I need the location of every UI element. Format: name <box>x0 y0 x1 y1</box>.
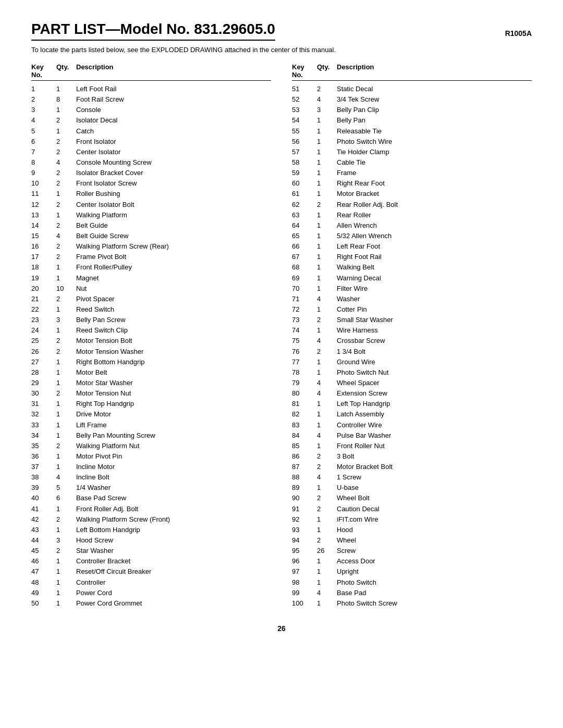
part-qty: 4 <box>317 430 337 441</box>
table-row: 66 1 Left Rear Foot <box>292 241 532 252</box>
table-row: 92 1 iFIT.com Wire <box>292 514 532 525</box>
table-row: 87 2 Motor Bracket Bolt <box>292 462 532 472</box>
part-qty: 2 <box>56 388 76 399</box>
left-key-header: Key No. <box>31 63 56 79</box>
part-desc: Left Top Handgrip <box>337 399 532 409</box>
part-desc: iFIT.com Wire <box>337 514 532 525</box>
part-qty: 8 <box>56 94 76 105</box>
part-desc: Photo Switch Screw <box>337 598 532 609</box>
table-row: 91 2 Caution Decal <box>292 504 532 514</box>
table-row: 32 1 Drive Motor <box>31 409 271 419</box>
part-desc: Allen Wrench <box>337 220 532 231</box>
part-desc: Catch <box>76 126 271 137</box>
table-row: 37 1 Incline Motor <box>31 462 271 472</box>
part-desc: Console Mounting Screw <box>76 157 271 168</box>
part-key: 48 <box>31 577 56 588</box>
part-qty: 2 <box>317 84 337 94</box>
part-qty: 2 <box>56 200 76 210</box>
part-qty: 10 <box>56 283 76 294</box>
table-row: 64 1 Allen Wrench <box>292 220 532 231</box>
part-desc: Rear Roller Adj. Bolt <box>337 200 532 210</box>
part-key: 97 <box>292 566 317 577</box>
part-desc: Foot Rail Screw <box>76 94 271 105</box>
part-desc: Motor Tension Washer <box>76 347 271 357</box>
part-key: 64 <box>292 220 317 231</box>
table-row: 85 1 Front Roller Nut <box>292 441 532 451</box>
part-key: 70 <box>292 283 317 294</box>
part-desc: Belt Guide Screw <box>76 231 271 241</box>
right-col-header: Key No. Qty. Description <box>292 63 532 81</box>
part-qty: 1 <box>317 577 337 588</box>
left-parts-list: 1 1 Left Foot Rail 2 8 Foot Rail Screw 3… <box>31 84 271 609</box>
part-qty: 1 <box>317 241 337 252</box>
part-key: 90 <box>292 493 317 503</box>
part-key: 18 <box>31 262 56 273</box>
part-desc: Motor Bracket Bolt <box>337 462 532 472</box>
table-row: 62 2 Rear Roller Adj. Bolt <box>292 200 532 210</box>
part-qty: 1 <box>56 304 76 315</box>
part-desc: Extension Screw <box>337 388 532 399</box>
part-desc: Front Roller Nut <box>337 441 532 451</box>
part-desc: Wheel <box>337 535 532 546</box>
table-row: 46 1 Controller Bracket <box>31 556 271 566</box>
part-desc: Tie Holder Clamp <box>337 147 532 157</box>
table-row: 27 1 Right Bottom Handgrip <box>31 357 271 367</box>
part-key: 34 <box>31 430 56 441</box>
table-row: 10 2 Front Isolator Screw <box>31 178 271 189</box>
part-key: 2 <box>31 94 56 105</box>
part-qty: 1 <box>317 399 337 409</box>
part-key: 36 <box>31 451 56 462</box>
table-row: 9 2 Isolator Bracket Cover <box>31 168 271 178</box>
table-row: 22 1 Reed Switch <box>31 304 271 315</box>
table-row: 79 4 Wheel Spacer <box>292 378 532 388</box>
part-desc: Pivot Spacer <box>76 294 271 304</box>
table-row: 78 1 Photo Switch Nut <box>292 367 532 378</box>
part-key: 5 <box>31 126 56 137</box>
right-parts-list: 51 2 Static Decal 52 4 3/4 Tek Screw 53 … <box>292 84 532 609</box>
part-key: 83 <box>292 420 317 430</box>
table-row: 51 2 Static Decal <box>292 84 532 94</box>
part-qty: 1 <box>317 220 337 231</box>
part-qty: 1 <box>56 430 76 441</box>
table-row: 84 4 Pulse Bar Washer <box>292 430 532 441</box>
part-key: 15 <box>31 231 56 241</box>
part-qty: 1 <box>56 189 76 199</box>
table-row: 73 2 Small Star Washer <box>292 315 532 325</box>
part-desc: Crossbar Screw <box>337 336 532 346</box>
part-qty: 1 <box>56 588 76 598</box>
part-qty: 2 <box>56 178 76 189</box>
part-desc: Cotter Pin <box>337 304 532 315</box>
part-desc: Right Bottom Handgrip <box>76 357 271 367</box>
part-desc: Walking Platform <box>76 210 271 220</box>
part-desc: Incline Bolt <box>76 472 271 483</box>
part-desc: Photo Switch Nut <box>337 367 532 378</box>
part-qty: 2 <box>56 514 76 525</box>
part-key: 99 <box>292 588 317 598</box>
table-row: 30 2 Motor Tension Nut <box>31 388 271 399</box>
part-desc: Belly Pan Clip <box>337 105 532 115</box>
table-row: 41 1 Front Roller Adj. Bolt <box>31 504 271 514</box>
part-desc: Washer <box>337 294 532 304</box>
part-qty: 1 <box>317 525 337 535</box>
part-qty: 1 <box>317 598 337 609</box>
part-qty: 1 <box>317 137 337 147</box>
part-desc: Motor Bracket <box>337 189 532 199</box>
part-qty: 1 <box>317 367 337 378</box>
table-row: 36 1 Motor Pivot Pin <box>31 451 271 462</box>
part-qty: 1 <box>56 367 76 378</box>
table-row: 23 3 Belly Pan Screw <box>31 315 271 325</box>
part-qty: 4 <box>317 588 337 598</box>
table-row: 90 2 Wheel Bolt <box>292 493 532 503</box>
left-qty-header: Qty. <box>56 63 76 79</box>
table-row: 20 10 Nut <box>31 283 271 294</box>
table-row: 95 26 Screw <box>292 546 532 556</box>
part-qty: 2 <box>56 147 76 157</box>
part-key: 85 <box>292 441 317 451</box>
part-qty: 1 <box>56 566 76 577</box>
part-key: 19 <box>31 273 56 283</box>
part-key: 62 <box>292 200 317 210</box>
part-key: 20 <box>31 283 56 294</box>
part-qty: 2 <box>317 315 337 325</box>
table-row: 2 8 Foot Rail Screw <box>31 94 271 105</box>
part-qty: 1 <box>317 262 337 273</box>
